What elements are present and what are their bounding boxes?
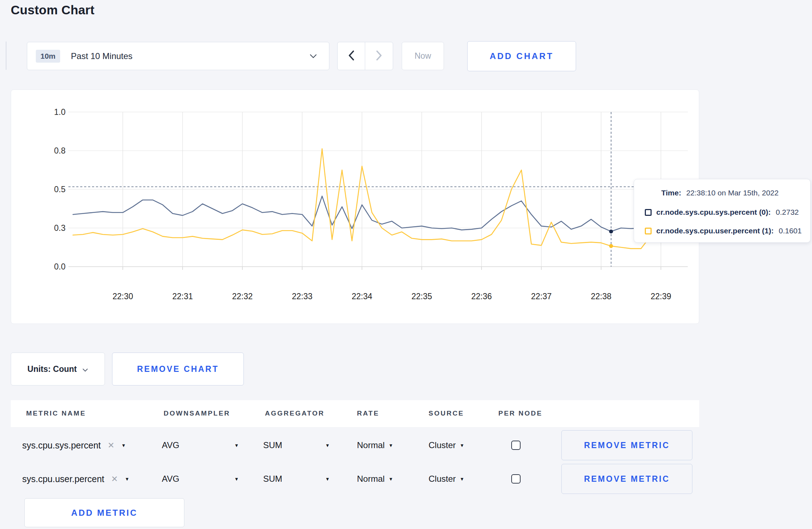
source-value: Cluster <box>429 474 456 484</box>
chart-card: 0.00.30.50.81.022:3022:3122:3222:3322:34… <box>11 89 699 324</box>
aggregator-select[interactable]: SUM ▼ <box>263 440 330 450</box>
time-step-forward-button[interactable] <box>365 42 393 70</box>
svg-text:1.0: 1.0 <box>54 107 66 117</box>
aggregator-value: SUM <box>263 474 282 484</box>
tooltip-series-1-label: cr.node.sys.cpu.user.percent (1): <box>656 227 774 235</box>
downsampler-value: AVG <box>162 474 179 484</box>
rate-select[interactable]: Normal ▼ <box>357 440 393 450</box>
aggregator-select[interactable]: SUM ▼ <box>263 474 330 484</box>
column-header-source: SOURCE <box>429 409 464 417</box>
svg-text:22:34: 22:34 <box>352 292 372 301</box>
svg-text:0.8: 0.8 <box>54 146 66 155</box>
column-header-aggregator: AGGREGATOR <box>265 409 325 417</box>
rate-value: Normal <box>357 474 385 484</box>
tooltip-series-1-value: 0.1601 <box>779 227 802 235</box>
metric-name-value: sys.cpu.user.percent <box>22 474 104 484</box>
metric-row: sys.cpu.user.percent ✕ ▼ AVG ▼ SUM ▼ Nor… <box>0 462 812 496</box>
source-select[interactable]: Cluster ▼ <box>429 440 464 450</box>
tooltip-time-value: 22:38:10 on Mar 15th, 2022 <box>686 189 779 197</box>
page-title: Custom Chart <box>11 3 95 17</box>
add-metric-button[interactable]: ADD METRIC <box>24 498 184 527</box>
chevron-left-icon <box>348 50 354 62</box>
time-step-control <box>337 42 393 70</box>
series-1-legend-swatch-icon <box>645 228 652 234</box>
metric-name-select[interactable]: sys.cpu.sys.percent ✕ ▼ <box>22 440 126 451</box>
metric-name-select[interactable]: sys.cpu.user.percent ✕ ▼ <box>22 474 129 484</box>
per-node-checkbox[interactable] <box>511 441 521 450</box>
tooltip-series-0-label: cr.node.sys.cpu.sys.percent (0): <box>656 208 771 217</box>
svg-text:0.5: 0.5 <box>54 185 66 194</box>
caret-down-icon: ▼ <box>325 476 330 482</box>
caret-down-icon: ▼ <box>325 443 330 448</box>
svg-text:22:33: 22:33 <box>292 292 313 301</box>
svg-text:22:39: 22:39 <box>651 292 671 301</box>
column-header-downsampler: DOWNSAMPLER <box>164 409 230 417</box>
column-header-per-node: PER NODE <box>498 409 542 417</box>
svg-text:0.3: 0.3 <box>54 223 66 233</box>
svg-text:22:30: 22:30 <box>112 292 133 301</box>
caret-down-icon: ▼ <box>234 443 239 448</box>
rate-value: Normal <box>357 440 385 450</box>
metric-row: sys.cpu.sys.percent ✕ ▼ AVG ▼ SUM ▼ Norm… <box>0 428 812 462</box>
rate-select[interactable]: Normal ▼ <box>357 474 393 484</box>
metrics-table-header: METRIC NAME DOWNSAMPLER AGGREGATOR RATE … <box>11 400 699 428</box>
caret-down-icon: ▼ <box>460 476 464 482</box>
chevron-down-icon <box>82 364 88 374</box>
time-step-back-button[interactable] <box>338 42 365 70</box>
tooltip-time-label: Time: <box>661 189 681 197</box>
clear-metric-icon[interactable]: ✕ <box>111 474 118 484</box>
caret-down-icon: ▼ <box>121 443 126 448</box>
caret-down-icon: ▼ <box>388 476 393 482</box>
remove-metric-button[interactable]: REMOVE METRIC <box>561 430 692 460</box>
svg-text:22:31: 22:31 <box>172 292 193 301</box>
remove-metric-button[interactable]: REMOVE METRIC <box>561 464 692 494</box>
column-header-metric-name: METRIC NAME <box>26 409 86 417</box>
column-header-rate: RATE <box>357 409 379 417</box>
units-dropdown-label: Units: Count <box>28 364 77 374</box>
units-dropdown[interactable]: Units: Count <box>11 353 105 385</box>
series-0-legend-swatch-icon <box>645 209 652 216</box>
caret-down-icon: ▼ <box>388 443 393 448</box>
caret-down-icon: ▼ <box>460 443 464 448</box>
time-range-dropdown[interactable]: 10m Past 10 Minutes <box>27 42 329 70</box>
downsampler-select[interactable]: AVG ▼ <box>162 474 239 484</box>
time-range-badge: 10m <box>36 50 60 63</box>
svg-text:22:36: 22:36 <box>471 292 492 301</box>
per-node-checkbox[interactable] <box>511 474 521 484</box>
svg-text:0.0: 0.0 <box>54 262 66 271</box>
caret-down-icon: ▼ <box>125 476 130 482</box>
tooltip-series-0-value: 0.2732 <box>776 208 799 217</box>
toolbar-divider <box>6 42 6 70</box>
remove-chart-button[interactable]: REMOVE CHART <box>112 353 244 385</box>
chevron-down-icon <box>310 54 317 58</box>
chart-hover-tooltip: Time: 22:38:10 on Mar 15th, 2022 cr.node… <box>634 179 811 243</box>
svg-text:22:35: 22:35 <box>411 292 432 301</box>
source-value: Cluster <box>429 440 456 450</box>
svg-text:22:38: 22:38 <box>591 292 612 301</box>
aggregator-value: SUM <box>263 440 282 450</box>
clear-metric-icon[interactable]: ✕ <box>108 441 115 450</box>
chevron-right-icon <box>376 50 382 62</box>
source-select[interactable]: Cluster ▼ <box>429 474 464 484</box>
downsampler-select[interactable]: AVG ▼ <box>162 440 239 450</box>
downsampler-value: AVG <box>162 440 179 450</box>
time-range-value: Past 10 Minutes <box>71 51 132 61</box>
svg-text:22:32: 22:32 <box>232 292 253 301</box>
metric-name-value: sys.cpu.sys.percent <box>22 440 101 451</box>
svg-text:22:37: 22:37 <box>531 292 552 301</box>
caret-down-icon: ▼ <box>234 476 239 482</box>
chart-canvas[interactable]: 0.00.30.50.81.022:3022:3122:3222:3322:34… <box>11 90 700 324</box>
now-button[interactable]: Now <box>402 42 444 70</box>
add-chart-button[interactable]: ADD CHART <box>467 41 576 71</box>
